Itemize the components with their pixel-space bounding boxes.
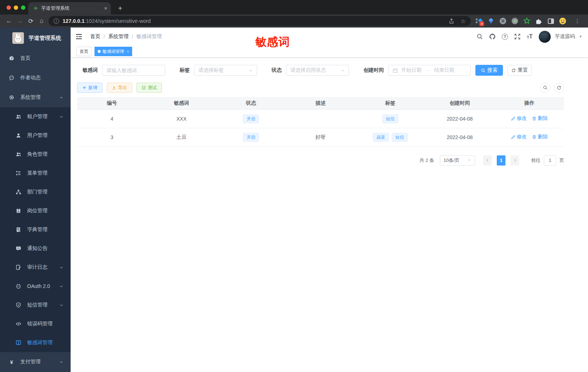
status-badge: 开启 — [243, 114, 259, 123]
minimize-window-button[interactable] — [14, 5, 18, 10]
breadcrumb-home[interactable]: 首页 — [90, 33, 100, 40]
audit-log-icon — [16, 264, 21, 270]
sidebar-item-3[interactable]: 租户管理 — [0, 107, 71, 126]
browser-titlebar: 芋道管理系统 × + — [0, 0, 588, 14]
fullscreen-icon[interactable] — [514, 33, 521, 40]
back-icon[interactable]: ← — [4, 17, 14, 25]
keyword-input[interactable] — [102, 65, 165, 76]
help-icon[interactable]: ? — [502, 34, 508, 40]
sidebar-item-label: 错误码管理 — [27, 321, 52, 327]
goto-page-input[interactable] — [544, 155, 556, 166]
forward-icon[interactable]: → — [14, 17, 25, 25]
goto-label: 前往 — [531, 157, 541, 164]
sidebar-item-13[interactable]: 短信管理 — [0, 296, 71, 314]
sidebar-item-7[interactable]: 部门管理 — [0, 183, 71, 201]
tags-view-bar: 首页 敏感词管理 × — [71, 46, 588, 58]
favicon-leaf-icon — [33, 5, 38, 11]
sidebar-item-1[interactable]: 作者动态 — [0, 68, 71, 88]
breadcrumb-system[interactable]: 系统管理 — [108, 33, 129, 40]
next-page-button[interactable] — [511, 155, 519, 166]
app-logo-row[interactable]: 芋道管理系统 — [0, 28, 71, 49]
test-button[interactable]: 测试 — [136, 83, 162, 93]
tab-close-icon[interactable]: × — [127, 49, 129, 54]
filter-bar: 敏感词 标签 请选择标签 状态 请选择启用状态 — [77, 65, 564, 76]
user-avatar[interactable] — [539, 31, 551, 43]
sidebar-item-12[interactable]: OAuth 2.0 — [0, 277, 71, 296]
sidebar-item-0[interactable]: 首页 — [0, 49, 71, 68]
role-icon — [16, 151, 21, 157]
address-bar[interactable]: i 127.0.0.1:1024/system/sensitive-word ☆ — [49, 16, 471, 26]
tag-select[interactable]: 请选择标签 — [194, 65, 257, 76]
sidebar-item-label: 租户管理 — [27, 113, 47, 120]
cell-created-at: 2022-04-08 — [425, 109, 495, 128]
prev-page-button[interactable] — [483, 155, 492, 166]
cell-tags: 短信 — [356, 109, 425, 128]
app-header: 首页 / 系统管理 / 敏感词管理 ? TT 芋道源码 ▼ — [71, 28, 588, 46]
page-number-current[interactable]: 1 — [497, 155, 505, 166]
command-extension-icon[interactable]: ⌘ — [499, 17, 507, 25]
chevron-down-icon — [59, 115, 63, 119]
sidebar-item-11[interactable]: 审计日志 — [0, 258, 71, 277]
extension-badge: 9 — [479, 21, 484, 26]
sidebar-item-2[interactable]: 系统管理 — [0, 88, 71, 107]
search-icon[interactable] — [476, 33, 483, 40]
search-button[interactable]: 搜索 — [475, 65, 503, 76]
share-icon[interactable] — [448, 18, 455, 24]
cell-actions: 修改删除 — [495, 109, 564, 128]
sidebar-item-6[interactable]: 菜单管理 — [0, 164, 71, 183]
workflow-extension-icon[interactable]: 9 — [475, 17, 483, 25]
sidebar-item-8[interactable]: 岗位管理 — [0, 201, 71, 220]
chevron-down-icon — [249, 68, 253, 72]
sidebar-item-9[interactable]: 字典管理 — [0, 220, 71, 239]
column-header: 状态 — [216, 97, 286, 109]
export-button[interactable]: 导出 — [107, 83, 132, 93]
browser-menu-icon[interactable]: ⋮ — [575, 18, 580, 24]
username: 芋道源码 — [555, 33, 575, 40]
sms-shield-icon — [16, 302, 21, 308]
reload-icon[interactable]: ⟳ — [25, 17, 36, 25]
font-size-icon[interactable]: TT — [527, 34, 533, 39]
sidebar-item-label: 敏感词管理 — [27, 339, 52, 346]
close-window-button[interactable] — [7, 5, 11, 10]
zoom-window-button[interactable] — [21, 5, 25, 10]
delete-link[interactable]: 删除 — [532, 134, 548, 140]
page-size-select[interactable]: 10条/页 — [440, 155, 475, 166]
bookmark-star-icon[interactable]: ☆ — [461, 18, 466, 25]
reset-button[interactable]: 重置 — [507, 65, 532, 76]
sidebar-item-10[interactable]: 通知公告 — [0, 239, 71, 258]
sidebar-item-16[interactable]: ¥支付管理 — [0, 352, 71, 372]
cell-id: 4 — [77, 109, 147, 128]
delete-link[interactable]: 删除 — [532, 115, 548, 122]
refresh-button[interactable] — [554, 83, 564, 93]
gem-extension-icon[interactable] — [487, 17, 495, 25]
tab-close-icon[interactable]: × — [104, 5, 107, 11]
new-tab-button[interactable]: + — [115, 3, 125, 13]
sidebar-fold-icon[interactable] — [75, 33, 83, 40]
add-button[interactable]: 新增 — [77, 83, 102, 93]
browser-tab[interactable]: 芋道管理系统 × — [28, 2, 111, 14]
sidebar-item-15-active[interactable]: 敏感词管理 — [0, 333, 71, 352]
home-icon[interactable]: ⌂ — [36, 17, 47, 25]
recorder-extension-icon[interactable] — [511, 17, 518, 25]
side-panel-icon[interactable] — [547, 17, 554, 25]
sidebar-item-label: 菜单管理 — [27, 170, 47, 176]
sidebar-item-5[interactable]: 角色管理 — [0, 145, 71, 164]
puzzle-extensions-icon[interactable] — [535, 17, 542, 25]
sidebar-item-14[interactable]: 错误码管理 — [0, 314, 71, 333]
edit-link[interactable]: 修改 — [511, 115, 527, 122]
date-range-picker[interactable]: 开始日期 - 结束日期 — [388, 65, 471, 76]
error-code-icon — [16, 321, 21, 327]
hide-search-button[interactable] — [540, 83, 550, 93]
tags-view-tab-home[interactable]: 首页 — [76, 47, 92, 56]
green-star-extension-icon[interactable] — [523, 17, 530, 25]
column-header: 描述 — [286, 97, 355, 109]
profile-avatar-emoji[interactable] — [559, 17, 566, 25]
status-select[interactable]: 请选择启用状态 — [286, 65, 349, 76]
tags-view-tab-current[interactable]: 敏感词管理 × — [94, 47, 132, 56]
payment-yen-icon: ¥ — [9, 359, 14, 365]
edit-link[interactable]: 修改 — [511, 134, 527, 140]
site-info-icon[interactable]: i — [54, 18, 59, 24]
chevron-down-icon[interactable]: ▼ — [579, 35, 582, 38]
sidebar-item-4[interactable]: 用户管理 — [0, 126, 71, 145]
github-icon[interactable] — [489, 33, 496, 40]
